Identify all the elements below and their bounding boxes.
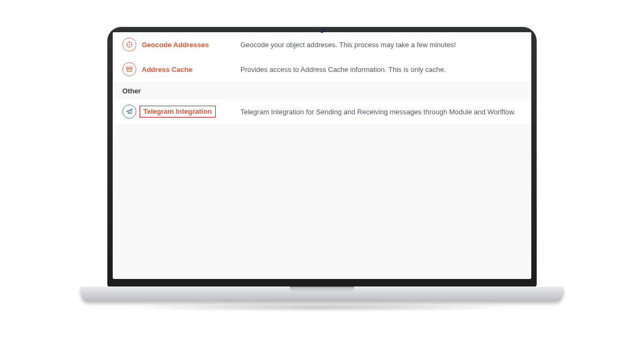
link-geocode[interactable]: Geocode Addresses (142, 41, 228, 49)
list-item-geocode[interactable]: Geocode Addresses Geocode your object ad… (113, 32, 531, 57)
settings-list: Geocode Addresses Geocode your object ad… (113, 32, 531, 279)
shadow (118, 304, 526, 311)
target-icon (122, 38, 136, 52)
link-address-cache[interactable]: Address Cache (142, 65, 228, 74)
desc-address-cache: Provides access to Address Cache informa… (228, 65, 522, 74)
desc-telegram: Telegram Integration for Sending and Rec… (228, 108, 522, 116)
link-telegram[interactable]: Telegram Integration (142, 106, 228, 117)
list-item-telegram[interactable]: Telegram Integration Telegram Integratio… (113, 99, 531, 124)
empty-area (113, 124, 531, 263)
telegram-icon (122, 105, 136, 119)
section-header-other: Other (113, 82, 531, 99)
archive-icon (122, 62, 136, 76)
stage: Geocode Addresses Geocode your object ad… (0, 0, 644, 338)
laptop-mockup: Geocode Addresses Geocode your object ad… (80, 27, 564, 311)
list-item-address-cache[interactable]: Address Cache Provides access to Address… (113, 57, 531, 82)
svg-point-1 (129, 44, 130, 45)
highlight-telegram: Telegram Integration (140, 106, 216, 117)
camera-icon (320, 29, 324, 33)
desc-geocode: Geocode your object addreses. This proce… (228, 41, 522, 49)
screen: Geocode Addresses Geocode your object ad… (113, 32, 531, 279)
laptop-lid: Geocode Addresses Geocode your object ad… (107, 27, 537, 288)
laptop-base (80, 286, 564, 302)
